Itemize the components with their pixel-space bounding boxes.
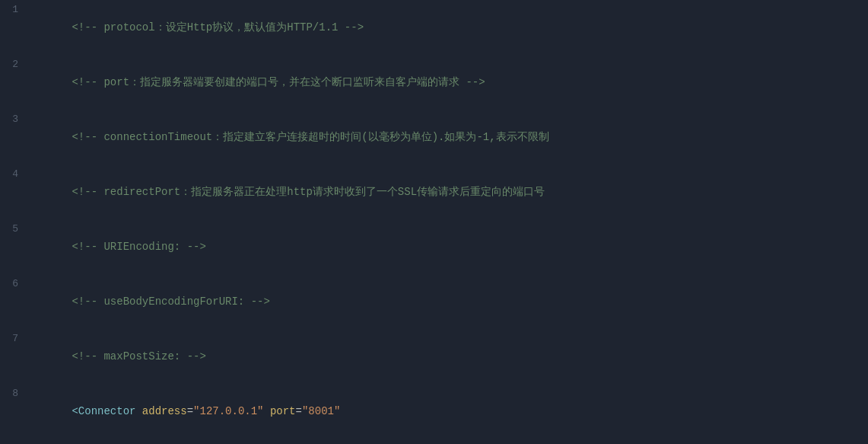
code-line-2: 2 <!-- port：指定服务器端要创建的端口号，并在这个断口监听来自客户端的… — [0, 55, 868, 110]
line-content: <!-- maxPostSize: --> — [30, 329, 868, 384]
code-line-1: 1 <!-- protocol：设定Http协议，默认值为HTTP/1.1 --… — [0, 0, 868, 55]
line-content: protocol="HTTP/1.1" connectionTimeout="2… — [30, 439, 868, 444]
comment-text: <!-- URIEncoding: --> — [72, 241, 205, 253]
code-line-8: 8 <Connector address="127.0.0.1" port="8… — [0, 384, 868, 439]
comment-text: <!-- useBodyEncodingForURI: --> — [72, 295, 269, 308]
comment-text: <!-- port：指定服务器端要创建的端口号，并在这个断口监听来自客户端的请求… — [72, 76, 485, 88]
line-number: 2 — [0, 56, 30, 74]
code-line-5: 5 <!-- URIEncoding: --> — [0, 219, 868, 274]
line-content: <!-- redirectPort：指定服务器正在处理http请求时收到了一个S… — [30, 165, 868, 219]
line-number: 3 — [0, 110, 30, 129]
line-content: <!-- protocol：设定Http协议，默认值为HTTP/1.1 --> — [30, 0, 868, 55]
comment-text: <!-- connectionTimeout：指定建立客户连接超时的时间(以毫秒… — [72, 131, 548, 143]
attr-address-val: "127.0.0.1" — [193, 405, 263, 417]
code-line-6: 6 <!-- useBodyEncodingForURI: --> — [0, 274, 868, 329]
line-content: <!-- connectionTimeout：指定建立客户连接超时的时间(以毫秒… — [30, 110, 868, 165]
space — [135, 405, 141, 417]
line-content: <!-- port：指定服务器端要创建的端口号，并在这个断口监听来自客户端的请求… — [30, 55, 868, 110]
code-editor: 1 <!-- protocol：设定Http协议，默认值为HTTP/1.1 --… — [0, 0, 868, 444]
attr-address: address — [142, 405, 187, 417]
line-content: <!-- useBodyEncodingForURI: --> — [30, 274, 868, 329]
line-content: <Connector address="127.0.0.1" port="800… — [30, 384, 868, 439]
tag-bracket: < — [72, 405, 78, 417]
code-line-9: 9 protocol="HTTP/1.1" connectionTimeout=… — [0, 439, 868, 444]
equals: = — [296, 405, 302, 417]
code-line-7: 7 <!-- maxPostSize: --> — [0, 329, 868, 384]
line-number: 4 — [0, 165, 30, 184]
line-number: 6 — [0, 275, 30, 293]
space — [264, 405, 270, 417]
attr-port-val: "8001" — [302, 405, 340, 417]
line-number: 1 — [0, 1, 30, 19]
code-line-4: 4 <!-- redirectPort：指定服务器正在处理http请求时收到了一… — [0, 165, 868, 219]
comment-text: <!-- redirectPort：指定服务器正在处理http请求时收到了一个S… — [72, 186, 545, 198]
comment-text: <!-- maxPostSize: --> — [72, 350, 205, 363]
connector-tag: Connector — [78, 405, 136, 417]
code-line-3: 3 <!-- connectionTimeout：指定建立客户连接超时的时间(以… — [0, 110, 868, 165]
line-content: <!-- URIEncoding: --> — [30, 219, 868, 274]
attr-port: port — [270, 405, 296, 417]
line-number: 7 — [0, 330, 30, 348]
equals: = — [187, 405, 193, 417]
line-number: 5 — [0, 220, 30, 238]
line-number: 8 — [0, 385, 30, 403]
comment-text: <!-- protocol：设定Http协议，默认值为HTTP/1.1 --> — [72, 21, 364, 34]
line-number: 9 — [0, 439, 30, 444]
